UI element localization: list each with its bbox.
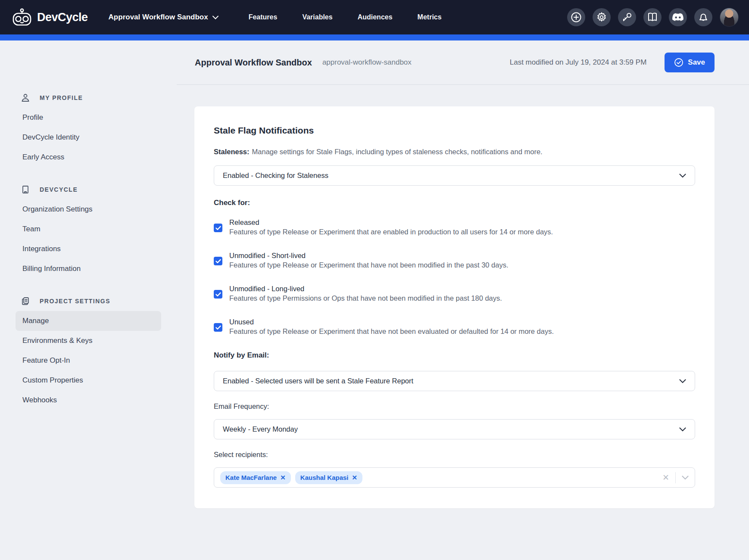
checkbox-checked-icon[interactable]: [214, 323, 222, 332]
last-modified-text: Last modified on July 19, 2024 at 3:59 P…: [510, 58, 647, 67]
sidebar-item-early-access[interactable]: Early Access: [16, 147, 161, 167]
divider: [675, 472, 676, 483]
sidebar-item-custom-properties[interactable]: Custom Properties: [16, 370, 161, 390]
sidebar-item-organization-settings[interactable]: Organization Settings: [16, 199, 161, 219]
discord-icon: [672, 12, 684, 22]
checkbox-row-released[interactable]: Released Features of type Release or Exp…: [214, 218, 695, 236]
recipient-chip: Kaushal Kapasi ✕: [295, 471, 362, 484]
sidebar-section-label: DEVCYCLE: [40, 186, 78, 193]
nav-link-audiences[interactable]: Audiences: [358, 13, 393, 21]
devcycle-logo[interactable]: DevCycle: [12, 8, 88, 26]
user-avatar[interactable]: [720, 8, 739, 27]
stale-flag-notifications-panel: Stale Flag Notifications Staleness:Manag…: [194, 106, 715, 508]
project-slug: approval-workflow-sandbox: [322, 58, 412, 67]
chevron-down-icon: [679, 174, 686, 178]
remove-recipient-icon[interactable]: ✕: [280, 474, 286, 482]
email-frequency-label: Email Frequency:: [214, 402, 695, 411]
project-selector[interactable]: Approval Workflow Sandbox: [109, 13, 218, 22]
discord-button[interactable]: [669, 8, 687, 26]
checkbox-description: Features of type Release or Experiment t…: [229, 327, 554, 336]
checkbox-description: Features of type Permissions or Ops that…: [229, 294, 502, 302]
checkbox-label: Released: [229, 218, 553, 227]
recipient-chip: Kate MacFarlane ✕: [220, 471, 291, 484]
panel-title: Stale Flag Notifications: [214, 125, 695, 136]
sidebar-item-profile[interactable]: Profile: [16, 108, 161, 128]
nav-link-variables[interactable]: Variables: [302, 13, 332, 21]
sidebar-item-devcycle-identity[interactable]: DevCycle Identity: [16, 128, 161, 147]
sidebar-section-devcycle: DEVCYCLE Organization Settings Team Inte…: [16, 185, 177, 279]
primary-nav: Features Variables Audiences Metrics: [249, 13, 442, 21]
checkbox-label: Unused: [229, 318, 554, 326]
checkbox-label: Unmodified - Short-lived: [229, 252, 509, 260]
clipboard-icon: [21, 296, 30, 306]
sidebar-item-integrations[interactable]: Integrations: [16, 239, 161, 259]
top-navbar: DevCycle Approval Workflow Sandbox Featu…: [0, 0, 749, 34]
page-title: Approval Workflow Sandbox: [195, 58, 312, 68]
sidebar-section-label: MY PROFILE: [40, 94, 83, 101]
notifications-button[interactable]: [694, 8, 712, 26]
checkbox-description: Features of type Release or Experiment t…: [229, 261, 509, 269]
chevron-down-icon: [212, 16, 218, 19]
checkbox-description: Features of type Release or Experiment t…: [229, 228, 553, 236]
person-icon: [21, 93, 30, 103]
sidebar-item-webhooks[interactable]: Webhooks: [16, 390, 161, 410]
building-icon: [21, 185, 30, 194]
checkbox-row-unused[interactable]: Unused Features of type Release or Exper…: [214, 318, 695, 336]
staleness-select[interactable]: Enabled - Checking for Staleness: [214, 165, 695, 186]
checkbox-checked-icon[interactable]: [214, 257, 222, 265]
check-for-label: Check for:: [214, 199, 695, 207]
bell-icon: [698, 12, 709, 23]
sidebar-item-team[interactable]: Team: [16, 219, 161, 239]
sidebar-section-project-settings: PROJECT SETTINGS Manage Environments & K…: [16, 296, 177, 410]
checkbox-row-unmodified-long-lived[interactable]: Unmodified - Long-lived Features of type…: [214, 285, 695, 302]
staleness-description: Staleness:Manage settings for Stale Flag…: [214, 148, 695, 156]
book-icon: [647, 12, 658, 23]
chevron-down-icon: [679, 379, 686, 383]
navbar-actions: [567, 8, 739, 27]
sidebar-section-label: PROJECT SETTINGS: [40, 298, 110, 305]
api-keys-button[interactable]: [618, 8, 636, 26]
chevron-down-icon: [679, 427, 686, 432]
gear-icon: [596, 12, 607, 23]
settings-button[interactable]: [593, 8, 611, 26]
checkbox-checked-icon[interactable]: [214, 224, 222, 232]
key-icon: [621, 12, 633, 23]
devcycle-robot-icon: [12, 8, 32, 26]
remove-recipient-icon[interactable]: ✕: [352, 474, 358, 482]
sidebar-section-my-profile: MY PROFILE Profile DevCycle Identity Ear…: [16, 93, 177, 167]
check-circle-icon: [674, 58, 683, 67]
sidebar-item-environments-keys[interactable]: Environments & Keys: [16, 331, 161, 351]
docs-button[interactable]: [643, 8, 662, 26]
clear-recipients-icon[interactable]: ✕: [662, 473, 669, 482]
nav-link-features[interactable]: Features: [249, 13, 278, 21]
brand-name: DevCycle: [37, 11, 88, 24]
create-button[interactable]: [567, 8, 585, 26]
accent-bar: [0, 34, 749, 40]
email-frequency-select[interactable]: Weekly - Every Monday: [214, 419, 695, 439]
sidebar-item-billing-information[interactable]: Billing Information: [16, 259, 161, 279]
notify-by-email-select[interactable]: Enabled - Selected users will be sent a …: [214, 371, 695, 391]
plus-circle-icon: [571, 12, 582, 23]
notify-by-email-label: Notify by Email:: [214, 351, 695, 360]
settings-sidebar: MY PROFILE Profile DevCycle Identity Ear…: [0, 40, 177, 560]
chevron-down-icon[interactable]: [682, 476, 689, 480]
page-header: Approval Workflow Sandbox approval-workf…: [177, 40, 749, 85]
checkbox-row-unmodified-short-lived[interactable]: Unmodified - Short-lived Features of typ…: [214, 252, 695, 269]
save-button[interactable]: Save: [665, 53, 715, 72]
sidebar-item-feature-opt-in[interactable]: Feature Opt-In: [16, 351, 161, 370]
recipients-multiselect[interactable]: Kate MacFarlane ✕ Kaushal Kapasi ✕ ✕: [214, 467, 695, 488]
select-recipients-label: Select recipients:: [214, 451, 695, 459]
checkbox-label: Unmodified - Long-lived: [229, 285, 502, 293]
nav-link-metrics[interactable]: Metrics: [418, 13, 442, 21]
checkbox-checked-icon[interactable]: [214, 290, 222, 299]
sidebar-item-manage[interactable]: Manage: [16, 311, 161, 331]
